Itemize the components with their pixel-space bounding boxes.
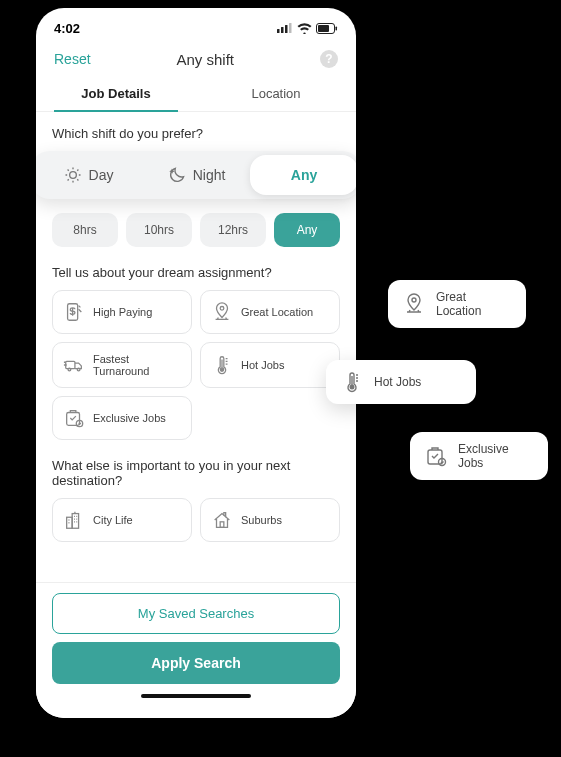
svg-point-20 [350,385,354,389]
dream-grid: High Paying Great Location Fastest Turna… [52,290,340,440]
exclusive-icon [424,444,448,468]
navbar: Reset Any shift ? [36,40,356,76]
card-label: High Paying [93,306,152,318]
card-label: Exclusive Jobs [93,412,166,424]
svg-rect-3 [289,23,292,33]
tabs: Job Details Location [36,76,356,112]
shift-option-night[interactable]: Night [142,155,250,195]
tab-location[interactable]: Location [196,76,356,111]
dream-card-great-location[interactable]: Great Location [200,290,340,334]
svg-point-9 [220,307,224,311]
hours-chip-8[interactable]: 8hrs [52,213,118,247]
location-pin-icon [402,292,426,316]
card-label: Hot Jobs [241,359,284,371]
callout-exclusive-jobs: Exclusive Jobs [410,432,548,480]
tab-job-details[interactable]: Job Details [36,76,196,111]
svg-point-11 [68,368,71,371]
card-label: Great Location [241,306,313,318]
svg-rect-1 [281,27,284,33]
svg-point-12 [77,368,80,371]
svg-rect-5 [318,25,329,32]
bottom-bar: My Saved Searches Apply Search [36,582,356,718]
card-label: Fastest Turnaround [93,353,181,377]
svg-rect-2 [285,25,288,33]
hours-row: 8hrs 10hrs 12hrs Any [52,213,340,247]
apply-search-button[interactable]: Apply Search [52,642,340,684]
shift-option-any[interactable]: Any [250,155,356,195]
money-icon [63,301,85,323]
svg-rect-18 [220,522,224,528]
wifi-icon [297,23,312,34]
status-icons [277,23,338,34]
card-label: Suburbs [241,514,282,526]
content: Which shift do you prefer? Day Night Any… [36,112,356,582]
callout-label: Hot Jobs [374,375,421,389]
card-label: City Life [93,514,133,526]
dream-card-hot-jobs[interactable]: Hot Jobs [200,342,340,388]
thermometer-icon [340,370,364,394]
svg-rect-10 [66,361,75,368]
shift-option-day[interactable]: Day [36,155,142,195]
svg-rect-6 [336,26,338,30]
status-time: 4:02 [54,21,80,36]
svg-point-13 [220,368,223,371]
moon-icon [167,165,187,185]
svg-point-7 [69,172,76,179]
callout-label: Great Location [436,290,512,318]
exclusive-icon [63,407,85,429]
status-bar: 4:02 [36,8,356,40]
reset-button[interactable]: Reset [54,51,91,67]
callout-great-location: Great Location [388,280,526,328]
callout-label: Exclusive Jobs [458,442,534,470]
location-pin-icon [211,301,233,323]
svg-rect-0 [277,29,280,33]
shift-segmented-control: Day Night Any [36,151,356,199]
signal-icon [277,23,293,33]
question-shift: Which shift do you prefer? [52,126,340,141]
question-destination: What else is important to you in your ne… [52,458,340,488]
nav-title: Any shift [177,51,235,68]
help-icon[interactable]: ? [320,50,338,68]
dream-card-fastest-turnaround[interactable]: Fastest Turnaround [52,342,192,388]
question-dream: Tell us about your dream assignment? [52,265,340,280]
dream-card-exclusive-jobs[interactable]: Exclusive Jobs [52,396,192,440]
saved-searches-button[interactable]: My Saved Searches [52,593,340,634]
svg-point-19 [412,298,416,302]
hours-chip-10[interactable]: 10hrs [126,213,192,247]
thermometer-icon [211,354,233,376]
sun-icon [63,165,83,185]
dest-card-city-life[interactable]: City Life [52,498,192,542]
hours-chip-12[interactable]: 12hrs [200,213,266,247]
svg-rect-17 [72,514,78,529]
battery-icon [316,23,338,34]
dest-card-suburbs[interactable]: Suburbs [200,498,340,542]
city-icon [63,509,85,531]
hours-chip-any[interactable]: Any [274,213,340,247]
fast-truck-icon [63,354,85,376]
house-icon [211,509,233,531]
callout-hot-jobs: Hot Jobs [326,360,476,404]
dream-card-high-paying[interactable]: High Paying [52,290,192,334]
destination-grid: City Life Suburbs [52,498,340,542]
phone-frame: 4:02 Reset Any shift ? Job Details Locat… [36,8,356,718]
home-indicator [141,694,251,698]
